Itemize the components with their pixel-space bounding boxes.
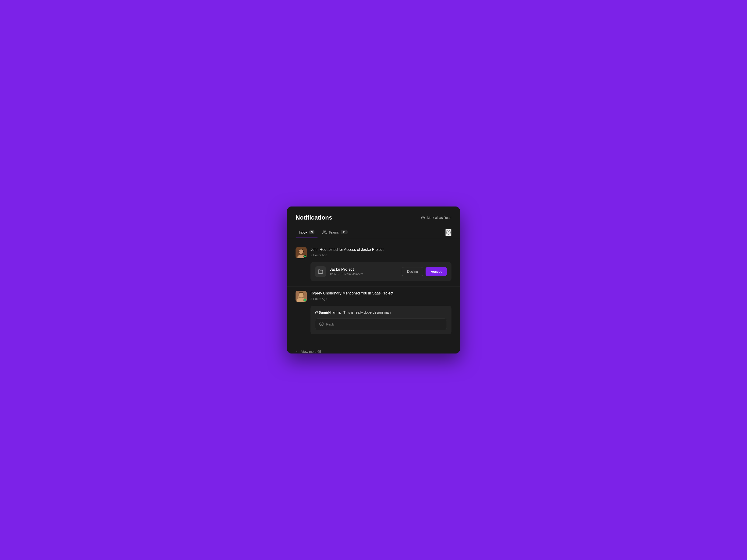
teams-icon (323, 230, 327, 234)
project-members: 6 Team Members (341, 272, 363, 276)
check-circle-icon (421, 216, 425, 220)
emoji-icon[interactable] (319, 322, 324, 327)
notif-text-1: John Requested for Access of Jacko Proje… (310, 247, 452, 257)
svg-rect-7 (299, 251, 300, 252)
project-icon-wrap (315, 266, 326, 277)
panel-header: Notifications Mark all as Read (287, 207, 460, 227)
folder-icon (318, 269, 323, 274)
view-more-label: View more 65 (301, 350, 321, 353)
reply-input-wrap (315, 319, 447, 330)
notif-text-2: Rajeev Choudhary Mentioned You in Saas P… (310, 291, 452, 300)
view-more-button[interactable]: View more 65 (295, 350, 321, 353)
mark-all-read-label: Mark all as Read (427, 216, 452, 219)
accept-button[interactable]: Accept (426, 267, 447, 276)
reply-input[interactable] (326, 322, 443, 326)
mention-card: @Samirkhanna This is really dope design … (310, 306, 452, 335)
avatar-wrap-2 (295, 291, 307, 302)
settings-button[interactable] (445, 229, 452, 236)
panel-title: Notifications (295, 214, 332, 221)
tab-inbox-label: Inbox (299, 230, 307, 234)
notification-item-1: John Requested for Access of Jacko Proje… (287, 243, 460, 287)
notification-panel: Notifications Mark all as Read Inbox 9 (287, 207, 460, 353)
project-size: 120MB (330, 272, 338, 276)
mark-all-read-button[interactable]: Mark all as Read (421, 216, 452, 220)
mention-message: This is really dope design man (343, 310, 391, 314)
tab-inbox[interactable]: Inbox 9 (295, 227, 318, 238)
notif-meta-1: John Requested for Access of Jacko Proje… (295, 247, 452, 258)
notif-title-1: John Requested for Access of Jacko Proje… (310, 247, 452, 252)
chevron-down-icon (295, 350, 299, 353)
tabs-row: Inbox 9 Teams 11 (287, 227, 460, 238)
svg-point-2 (448, 232, 449, 233)
project-meta: 120MB 6 Team Members (330, 272, 363, 276)
avatar-wrap-1 (295, 247, 307, 258)
decline-button[interactable]: Decline (402, 267, 423, 276)
project-name: Jacko Project (330, 267, 363, 272)
project-info: Jacko Project 120MB 6 Team Members (315, 266, 363, 277)
project-details: Jacko Project 120MB 6 Team Members (330, 267, 363, 276)
gear-icon (446, 230, 451, 235)
tabs-container: Inbox 9 Teams 11 (295, 227, 351, 238)
notif-time-2: 3 Hours Ago (310, 297, 452, 300)
notif-title-2: Rajeev Choudhary Mentioned You in Saas P… (310, 291, 452, 296)
mention-text: @Samirkhanna This is really dope design … (315, 310, 447, 315)
tab-teams-badge: 11 (341, 230, 347, 234)
project-card: Jacko Project 120MB 6 Team Members Decli… (310, 262, 452, 281)
notification-item-2: Rajeev Choudhary Mentioned You in Saas P… (287, 287, 460, 340)
notif-meta-2: Rajeev Choudhary Mentioned You in Saas P… (295, 291, 452, 302)
svg-rect-8 (303, 251, 304, 252)
svg-point-1 (323, 231, 325, 232)
notif-time-1: 2 Hours Ago (310, 254, 452, 257)
notifications-list: John Requested for Access of Jacko Proje… (287, 238, 460, 346)
tab-teams[interactable]: Teams 11 (319, 227, 351, 238)
svg-point-12 (319, 322, 324, 326)
mention-username: @Samirkhanna (315, 310, 341, 314)
project-actions: Decline Accept (402, 267, 447, 276)
tab-inbox-badge: 9 (309, 230, 315, 234)
tab-teams-label: Teams (329, 230, 339, 234)
